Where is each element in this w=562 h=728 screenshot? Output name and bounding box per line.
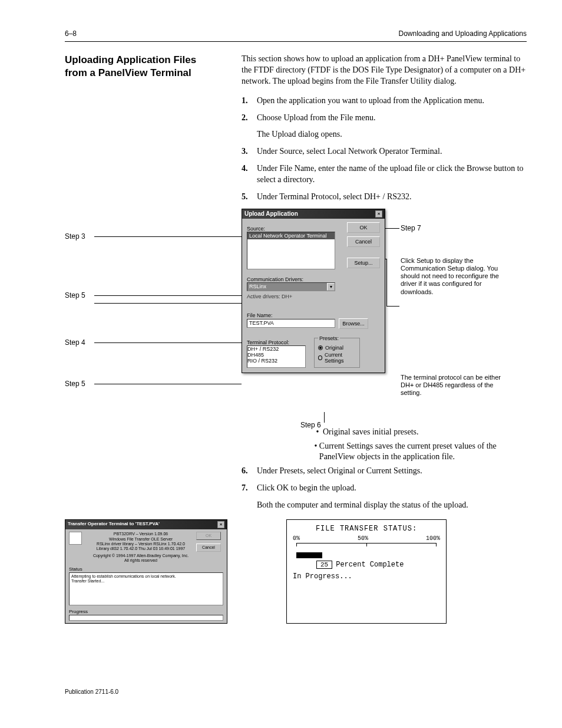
dialog-title: Upload Application	[244, 210, 298, 218]
footer-publication: Publication 2711-6.0	[65, 689, 527, 695]
ok-button[interactable]: OK	[347, 222, 380, 233]
chevron-down-icon[interactable]: ▾	[327, 283, 335, 291]
protocol-listbox[interactable]: DH+ / RS232 DH485 RIO / RS232	[247, 345, 306, 368]
callout-step6: Step 6	[300, 421, 321, 429]
drivers-value: RSLinx	[249, 284, 266, 289]
step-text: Open the application you want to upload …	[257, 95, 527, 107]
status-line: Transfer Started...	[71, 579, 221, 584]
app-icon	[69, 532, 82, 545]
step-num: 2.	[242, 113, 257, 124]
step-num: 7.	[242, 483, 257, 494]
source-item-selected[interactable]: Local Network Operator Terminal	[247, 232, 335, 239]
step-note: Both the computer and terminal display t…	[257, 500, 527, 511]
scale-100: 100%	[426, 535, 440, 542]
transfer-dialog: Transfer Operator Terminal to 'TEST.PVA'…	[65, 519, 227, 624]
transfer-line: Windows File Transfer OLE Server	[85, 537, 196, 542]
transfer-line: All rights reserved	[85, 558, 196, 563]
bullet-text: Original saves initial presets.	[323, 427, 419, 437]
protocol-item[interactable]: DH+ / RS232	[247, 346, 305, 352]
cancel-button[interactable]: Cancel	[196, 543, 221, 552]
callout-step5: Step 5	[65, 291, 85, 299]
section-title: Downloading and Uploading Applications	[399, 29, 527, 38]
preset-original-label: Original	[325, 345, 343, 351]
filename-label: File Name:	[247, 312, 380, 318]
progress-label: Progress	[69, 609, 223, 615]
cancel-button[interactable]: Cancel	[347, 236, 380, 247]
browse-button[interactable]: Browse...	[339, 318, 368, 329]
preset-current-label: Current Settings	[325, 352, 356, 364]
active-drivers-label: Active drivers: DH+	[247, 294, 380, 299]
protocol-label: Terminal Protocol:	[247, 340, 380, 345]
protocol-item[interactable]: RIO / RS232	[247, 358, 305, 364]
transfer-line: RSLinx driver library – Version RSLinx 1…	[85, 542, 196, 546]
header-rule	[65, 41, 527, 42]
in-progress-label: In Progress...	[293, 572, 440, 581]
presets-label: Presets:	[318, 335, 340, 341]
step-num: 5.	[242, 192, 257, 203]
protocol-item[interactable]: DH485	[247, 352, 305, 358]
step-text: Under Presets, select Original or Curren…	[257, 466, 527, 477]
percent-value: 25	[316, 561, 332, 569]
callout-step7: Step 7	[401, 224, 421, 232]
dialog-titlebar: Upload Application ×	[242, 209, 385, 219]
side-heading: Uploading Application Files from a Panel…	[65, 54, 218, 87]
status-line: Attempting to establish communications o…	[71, 574, 221, 579]
step-text: Choose Upload from the File menu.	[257, 113, 527, 124]
preset-current-radio[interactable]: Current Settings	[318, 352, 356, 364]
bullet-icon: •	[312, 441, 319, 462]
scale-50: 50%	[358, 535, 368, 542]
close-icon[interactable]: ×	[217, 521, 224, 528]
page-number: 6–8	[65, 29, 77, 38]
transfer-line: Copyright © 1994-1997 Allen-Bradley Comp…	[85, 554, 196, 558]
transfer-title: Transfer Operator Terminal to 'TEST.PVA'	[68, 521, 160, 528]
drivers-label: Communication Drivers:	[247, 276, 380, 282]
source-listbox[interactable]: Local Network Operator Terminal	[247, 232, 335, 269]
callout-setup-note: Click Setup to display the Communication…	[401, 257, 507, 296]
step-text: Under Source, select Local Network Opera…	[257, 146, 527, 157]
upload-application-dialog: Upload Application × OK Cancel Setup... …	[242, 209, 385, 373]
callout-step3: Step 3	[65, 232, 85, 241]
presets-group: Presets: Original Current Settings	[314, 335, 360, 368]
transfer-line: Library dll32 1.70.42.0 Thu Jul 03 16:49…	[85, 546, 196, 551]
step-num: 1.	[242, 95, 257, 107]
callout-protocol-note: The terminal protocol can be either DH+ …	[401, 374, 507, 397]
step-num: 6.	[242, 466, 257, 477]
preset-original-radio[interactable]: Original	[318, 345, 356, 351]
step-note: The Upload dialog opens.	[257, 129, 527, 140]
filename-input[interactable]: TEST.PVA	[247, 319, 335, 328]
terminal-status-title: FILE TRANSFER STATUS:	[293, 525, 440, 533]
ok-button-disabled: OK	[196, 532, 221, 540]
progress-fill	[296, 552, 322, 558]
close-icon[interactable]: ×	[375, 210, 382, 218]
setup-button[interactable]: Setup...	[347, 258, 380, 268]
percent-label: Percent Complete	[336, 561, 404, 569]
callout-step4: Step 4	[65, 338, 85, 347]
step-num: 3.	[242, 146, 257, 157]
step-text: Click OK to begin the upload.	[257, 483, 527, 494]
scale-0: 0%	[293, 535, 300, 542]
terminal-status-box: FILE TRANSFER STATUS: 0% 50% 100% 25 Per…	[286, 519, 447, 624]
transfer-line: PBT32DRV – Version 1.09.06	[85, 532, 196, 536]
step-num: 4.	[242, 163, 257, 186]
step-text: Under File Name, enter the name of the u…	[257, 163, 527, 186]
callout-step5b: Step 5	[65, 380, 85, 388]
status-header: Status	[69, 566, 223, 572]
intro-paragraph: This section shows how to upload an appl…	[242, 54, 527, 87]
bullet-text: Current Settings saves the current prese…	[319, 441, 527, 462]
drivers-combo[interactable]: RSLinx ▾	[247, 282, 335, 291]
step-text: Under Terminal Protocol, select DH+ / RS…	[257, 192, 527, 203]
